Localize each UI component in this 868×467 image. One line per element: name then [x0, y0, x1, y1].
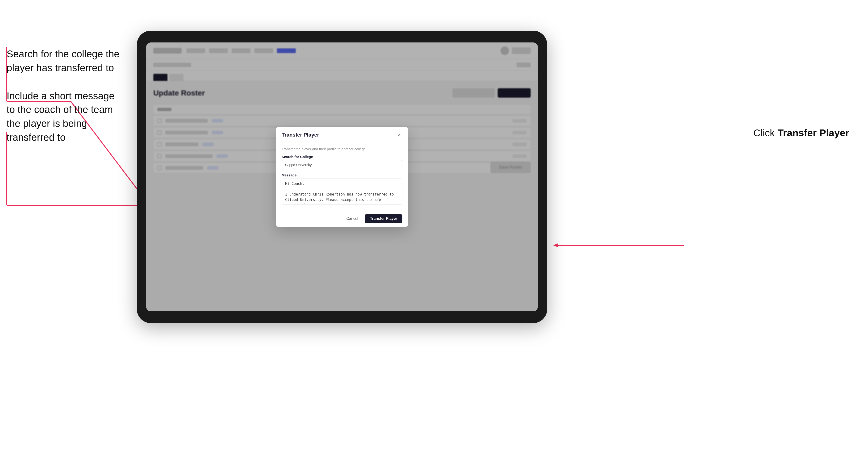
modal-overlay: Transfer Player ✕ Transfer the player an… [146, 42, 538, 311]
tablet-screen: Update Roster [146, 42, 538, 311]
search-college-label: Search for College [282, 155, 402, 159]
svg-marker-10 [553, 243, 558, 247]
annotation-right: Click Transfer Player [753, 127, 849, 139]
annotation-left: Search for the college theplayer has tra… [7, 47, 129, 159]
transfer-player-modal: Transfer Player ✕ Transfer the player an… [276, 127, 408, 227]
search-college-input[interactable] [282, 160, 402, 169]
modal-body: Transfer the player and their profile to… [276, 142, 408, 210]
annotation-click-text: Click [753, 127, 778, 138]
modal-header: Transfer Player ✕ [276, 127, 408, 142]
modal-footer: Cancel Transfer Player [276, 210, 408, 227]
tablet-device: Update Roster [137, 31, 547, 323]
message-label: Message [282, 173, 402, 177]
message-textarea[interactable] [282, 179, 402, 205]
transfer-player-button[interactable]: Transfer Player [365, 214, 402, 223]
annotation-message-text: Include a short messageto the coach of t… [7, 89, 129, 145]
annotation-search-text: Search for the college theplayer has tra… [7, 47, 129, 75]
modal-title: Transfer Player [282, 132, 319, 138]
modal-description: Transfer the player and their profile to… [282, 147, 402, 151]
modal-close-button[interactable]: ✕ [396, 132, 402, 138]
annotation-transfer-bold: Transfer Player [777, 127, 849, 138]
cancel-button[interactable]: Cancel [343, 215, 362, 223]
